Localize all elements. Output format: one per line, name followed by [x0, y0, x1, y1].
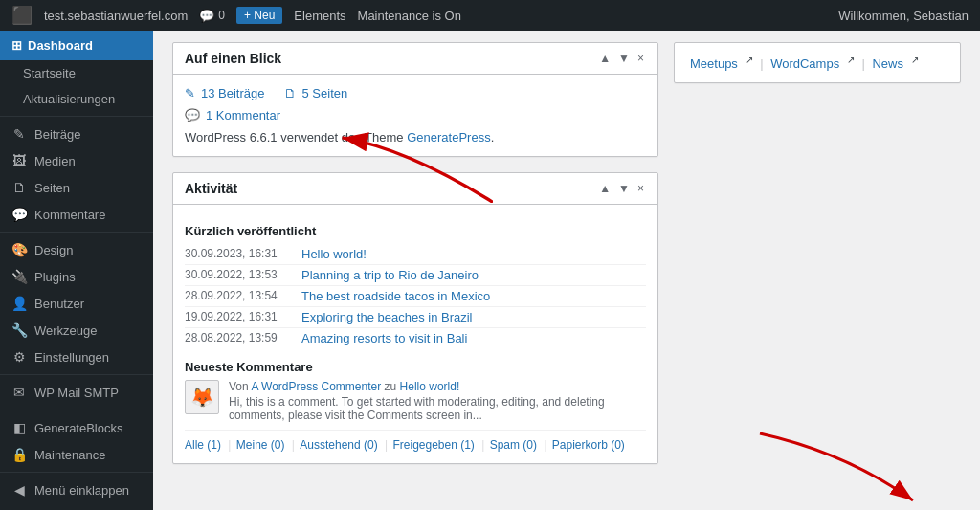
sidebar-item-wp-mail-smtp[interactable]: ✉ WP Mail SMTP — [0, 379, 153, 406]
post-link[interactable]: Amazing resorts to visit in Bali — [301, 331, 467, 345]
post-link[interactable]: Exploring the beaches in Brazil — [301, 310, 473, 324]
sidebar-item-generateblocks[interactable]: ◧ GenerateBlocks — [0, 414, 153, 441]
widget-collapse-up[interactable]: ▲ — [597, 182, 612, 195]
sidebar-item-startseite[interactable]: Startseite — [0, 60, 153, 86]
sidebar-item-medien[interactable]: 🖼 Medien — [0, 147, 153, 174]
posts-stat-link[interactable]: ✎ 13 Beiträge — [185, 86, 265, 100]
sidebar-active-item[interactable]: ⊞ Dashboard — [0, 31, 153, 60]
meetups-link[interactable]: Meetups — [690, 56, 738, 71]
comments-menu-icon: 💬 — [11, 207, 27, 222]
widget-body-activity: Kürzlich veröffentlicht 30.09.2023, 16:3… — [173, 205, 657, 463]
dashboard-right-column: Meetups ↗ | WordCamps ↗ | News ↗ — [674, 42, 961, 479]
filter-meine[interactable]: Meine (0) — [236, 438, 285, 452]
welcome-message: Willkommen, Sebastian — [838, 9, 969, 23]
admin-bar: ⬛ test.sebastianwuerfel.com 💬 0 + Neu El… — [0, 0, 980, 31]
activity-row: 30.09.2023, 16:31 Hello world! — [185, 244, 646, 265]
recently-published-title: Kürzlich veröffentlicht — [185, 224, 646, 238]
filter-freigegeben[interactable]: Freigegeben (1) — [392, 438, 474, 452]
filter-ausstehend[interactable]: Ausstehend (0) — [300, 438, 377, 452]
widget-title-glance: Auf einen Blick — [185, 51, 281, 66]
sidebar-item-label: Maintenance — [34, 448, 105, 462]
link-separator: | — [861, 56, 868, 71]
comment-post-link[interactable]: Hello world! — [400, 380, 460, 393]
filter-all[interactable]: Alle (1) — [185, 438, 221, 452]
sidebar-item-beitraege[interactable]: ✎ Beiträge — [0, 121, 153, 147]
post-date: 19.09.2022, 16:31 — [185, 310, 290, 324]
dashboard-layout: Auf einen Blick ▲ ▼ × ✎ 13 B — [153, 31, 980, 491]
activity-row: 28.08.2022, 13:59 Amazing resorts to vis… — [185, 328, 646, 348]
post-link[interactable]: Hello world! — [301, 247, 367, 261]
wordcamps-link[interactable]: WordCamps — [770, 56, 839, 71]
comments-icon[interactable]: 💬 0 — [199, 9, 225, 23]
sidebar-item-collapse-menu[interactable]: ◀ Menü einklappen — [0, 477, 153, 503]
comment-content: Von A WordPress Commenter zu Hello world… — [229, 380, 646, 422]
speech-icon: 💬 — [185, 108, 200, 122]
sidebar-item-label: Startseite — [23, 66, 76, 80]
media-icon: 🖼 — [11, 153, 27, 168]
external-link-icon: ↗ — [746, 55, 753, 65]
design-icon: 🎨 — [11, 242, 27, 257]
sidebar-item-label: Kommentare — [34, 208, 105, 222]
filter-spam[interactable]: Spam (0) — [490, 438, 537, 452]
sidebar-item-label: Menü einklappen — [34, 483, 129, 498]
admin-sidebar: ⊞ Dashboard Startseite Aktualisierungen … — [0, 31, 153, 510]
news-link[interactable]: News — [872, 56, 903, 71]
sidebar-item-plugins[interactable]: 🔌 Plugins — [0, 263, 153, 290]
collapse-icon: ◀ — [11, 482, 27, 498]
widget-body-glance: ✎ 13 Beiträge 🗋 5 Seiten 💬 — [173, 75, 657, 156]
filter-papierkorb[interactable]: Papierkorb (0) — [552, 438, 625, 452]
pages-stat-link[interactable]: 🗋 5 Seiten — [284, 86, 348, 100]
sidebar-active-label: Dashboard — [28, 38, 93, 53]
sidebar-separator — [0, 232, 153, 233]
maintenance-status[interactable]: Maintenance is On — [358, 9, 461, 23]
activity-widget: Aktivität ▲ ▼ × Kürzlich veröffentlicht — [172, 172, 658, 464]
widget-close[interactable]: × — [635, 52, 646, 65]
widget-collapse-down[interactable]: ▼ — [616, 182, 632, 195]
sidebar-item-label: Medien — [34, 154, 76, 168]
sidebar-item-aktualisierungen[interactable]: Aktualisierungen — [0, 86, 153, 112]
sidebar-item-label: WP Mail SMTP — [34, 386, 119, 400]
dashboard-left-column: Auf einen Blick ▲ ▼ × ✎ 13 B — [172, 42, 658, 479]
widget-header-glance: Auf einen Blick ▲ ▼ × — [173, 43, 657, 75]
activity-row: 30.09.2022, 13:53 Planning a trip to Rio… — [185, 265, 646, 286]
sidebar-item-kommentare[interactable]: 💬 Kommentare — [0, 201, 153, 228]
widget-close[interactable]: × — [635, 182, 646, 195]
theme-info: WordPress 6.6.1 verwendet das Theme Gene… — [185, 130, 646, 144]
widget-controls-activity: ▲ ▼ × — [597, 182, 646, 195]
elements-menu[interactable]: Elements — [294, 9, 345, 23]
sidebar-item-maintenance[interactable]: 🔒 Maintenance — [0, 441, 153, 468]
new-comments-title: Neueste Kommentare — [185, 360, 646, 374]
recent-posts-table: 30.09.2023, 16:31 Hello world! 30.09.202… — [185, 244, 646, 348]
site-name[interactable]: test.sebastianwuerfel.com — [44, 9, 188, 23]
comment-author-link[interactable]: A WordPress Commenter — [251, 380, 381, 393]
comments-stat-link[interactable]: 💬 1 Kommentar — [185, 108, 280, 122]
post-link[interactable]: Planning a trip to Rio de Janeiro — [301, 268, 479, 282]
pages-icon: 🗋 — [284, 86, 297, 100]
widget-collapse-down[interactable]: ▼ — [616, 52, 632, 65]
email-icon: ✉ — [11, 385, 27, 400]
sidebar-item-seiten[interactable]: 🗋 Seiten — [0, 174, 153, 201]
sidebar-item-design[interactable]: 🎨 Design — [0, 236, 153, 263]
theme-link[interactable]: GeneratePress — [407, 130, 490, 144]
post-link[interactable]: The best roadside tacos in Mexico — [301, 289, 490, 303]
widget-collapse-up[interactable]: ▲ — [597, 52, 612, 65]
filter-separator: | — [481, 438, 487, 452]
sidebar-item-label: Werkzeuge — [34, 323, 98, 338]
sidebar-item-werkzeuge[interactable]: 🔧 Werkzeuge — [0, 317, 153, 344]
activity-row: 28.09.2022, 13:54 The best roadside taco… — [185, 286, 646, 307]
plugins-icon: 🔌 — [11, 269, 27, 284]
glance-stats: ✎ 13 Beiträge 🗋 5 Seiten — [185, 86, 646, 100]
sidebar-item-benutzer[interactable]: 👤 Benutzer — [0, 290, 153, 317]
sidebar-item-label: GenerateBlocks — [34, 421, 123, 435]
filter-separator: | — [544, 438, 549, 452]
new-content-button[interactable]: + Neu — [236, 7, 282, 24]
comment-filter-actions: Alle (1) | Meine (0) | Ausstehend (0) | … — [185, 430, 646, 452]
widget-title-activity: Aktivität — [185, 181, 237, 196]
wp-logo[interactable]: ⬛ — [11, 5, 33, 26]
dashboard-icon: ⊞ — [11, 38, 22, 53]
sidebar-item-einstellungen[interactable]: ⚙ Einstellungen — [0, 344, 153, 370]
sidebar-separator — [0, 472, 153, 473]
wp-wrap: ⊞ Dashboard Startseite Aktualisierungen … — [0, 31, 980, 510]
sidebar-item-label: Einstellungen — [34, 350, 109, 365]
pages-count: 5 Seiten — [302, 86, 348, 100]
